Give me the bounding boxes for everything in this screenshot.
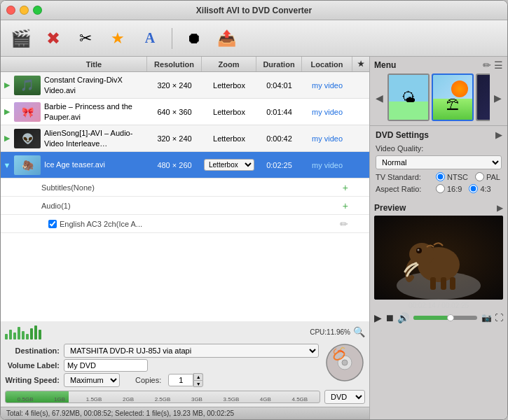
ntsc-radio-label[interactable]: NTSC [436, 172, 468, 181]
destination-select[interactable]: MATSHITA DVD-R UJ-85J via atapi [64, 344, 319, 358]
video-quality-select[interactable]: Normal High Low Custom [376, 155, 502, 169]
cell-location: my video [302, 108, 352, 116]
zoom-select[interactable]: Letterbox Pan/Scan Full Screen [204, 159, 254, 171]
copies-spinner: ▲ ▼ [168, 373, 203, 387]
preview-progress-bar[interactable] [413, 316, 477, 320]
preview-controls: ▶ ⏹ 🔊 📷 ⛶ [374, 312, 503, 323]
menu-carousel: ◀ 🌤 ⛱ [374, 74, 503, 122]
expand-icon[interactable]: ▶ [1, 80, 13, 90]
tick-3.5gb: 3.5GB [224, 396, 240, 402]
ar-16-9-radio[interactable] [436, 184, 445, 193]
menu-section-header: Menu ✏ ☰ [374, 59, 503, 71]
output-button[interactable]: 📤 [213, 25, 240, 52]
stop-button[interactable]: ⏹ [385, 312, 394, 323]
carousel-right-arrow[interactable]: ▶ [493, 91, 503, 105]
table-row[interactable]: ▼ 🦣 Ice Age teaser.avi 480 × 260 Letterb… [1, 152, 369, 178]
cell-resolution: 640 × 360 [147, 108, 202, 116]
thumbnail: 🎀 [13, 99, 41, 125]
fullscreen-button[interactable]: ⛶ [495, 313, 503, 323]
table-row[interactable]: ▶ 🎀 Barbie – Princess and the Pauper.avi… [1, 99, 369, 125]
edit-audio-button[interactable]: ✏ [340, 218, 348, 230]
main-content: Title Resolution Zoom Duration Location … [1, 57, 507, 419]
play-button[interactable]: ▶ [374, 312, 382, 323]
thumbnail: 🦣 [13, 153, 41, 178]
menu-edit-icon[interactable]: ✏ [483, 59, 491, 71]
expand-icon[interactable]: ▼ [1, 161, 13, 169]
cell-location: my video [302, 161, 352, 169]
svg-point-2 [342, 360, 348, 365]
remove-button[interactable]: ✖ [40, 25, 67, 52]
menu-section: Menu ✏ ☰ ◀ 🌤 [370, 57, 507, 126]
ntsc-label: NTSC [447, 173, 468, 181]
add-subtitle-button[interactable]: + [343, 182, 348, 193]
destination-row: Destination: MATSHITA DVD-R UJ-85J via a… [5, 344, 319, 358]
audio-row: Audio(1) + [1, 197, 369, 215]
expand-icon[interactable]: ▶ [1, 134, 13, 143]
left-panel: Title Resolution Zoom Duration Location … [1, 57, 370, 419]
screenshot-button[interactable]: 📷 [481, 313, 492, 323]
waveform [5, 324, 41, 340]
wave-bar [34, 326, 37, 340]
thumbnail: 🎵 [13, 73, 41, 98]
ar-16-9-text: 16:9 [447, 185, 462, 193]
copies-down[interactable]: ▼ [193, 380, 203, 387]
add-files-button[interactable]: 🎬 [8, 25, 34, 52]
cell-zoom: Letterbox [202, 108, 256, 116]
cut-button[interactable]: ✂ [72, 25, 99, 52]
ar-4-3-radio[interactable] [469, 184, 478, 193]
burn-button[interactable]: ⏺ [181, 25, 207, 52]
audio-track-label: English AC3 2ch(Ice A... [60, 220, 142, 228]
menu-thumbnail-selected[interactable]: ⛱ [432, 74, 474, 121]
close-button[interactable] [6, 6, 15, 15]
menu-thumbnail-dark[interactable]: 🌙 [476, 74, 490, 121]
preview-progress-thumb[interactable] [447, 314, 454, 321]
carousel-left-arrow[interactable]: ◀ [374, 91, 385, 105]
preview-time-display: 00:02:14 / 00:02:25 [374, 302, 503, 309]
ar-4-3-label[interactable]: 4:3 [469, 184, 490, 193]
disk-format-select[interactable]: DVD SVCD VCD [324, 390, 365, 404]
speed-select[interactable]: Maximum 2x 4x 8x [64, 373, 120, 387]
audio-track-checkbox[interactable] [48, 220, 57, 228]
audio-label: Audio(1) [41, 202, 71, 210]
expand-icon[interactable]: ▶ [1, 107, 13, 116]
pal-radio-label[interactable]: PAL [475, 172, 500, 181]
menu-thumbnail[interactable]: 🌤 [387, 74, 430, 121]
toolbar-separator [172, 28, 172, 49]
cell-location: my video [302, 81, 352, 90]
video-quality-select-row: Normal High Low Custom [376, 155, 502, 169]
pal-radio[interactable] [475, 172, 484, 181]
ntsc-radio[interactable] [436, 172, 445, 181]
cell-zoom: Letterbox [202, 134, 256, 143]
minimize-button[interactable] [20, 6, 29, 15]
table-row[interactable]: ▶ 👽 AlienSong[1]-AVI – Audio-Video Inter… [1, 125, 369, 152]
maximize-button[interactable] [33, 6, 42, 15]
col-zoom: Zoom [202, 57, 256, 71]
titlebar: Xilisoft AVI to DVD Converter [1, 1, 507, 20]
dvd-settings-title: DVD Settings ▶ [376, 130, 502, 140]
main-window: Xilisoft AVI to DVD Converter 🎬 ✖ ✂ ★ A … [0, 0, 508, 420]
cell-duration: 0:04:01 [256, 81, 302, 90]
dvd-burn-icon[interactable] [324, 342, 365, 383]
star-button[interactable]: ★ [104, 25, 131, 52]
add-audio-button[interactable]: + [343, 200, 348, 211]
aspect-ratio-row: Aspect Ratio: 16:9 4:3 [376, 184, 502, 193]
copies-up[interactable]: ▲ [193, 373, 203, 380]
dvd-settings-expand[interactable]: ▶ [495, 130, 502, 140]
traffic-lights [6, 6, 42, 15]
text-button[interactable]: A [137, 25, 163, 52]
copies-input[interactable] [168, 374, 193, 386]
disk-usage-bar: 0.5GB 1GB 1.5GB 2GB 2.5GB 3GB 3.5GB 4GB … [5, 391, 320, 403]
menu-list-icon[interactable]: ☰ [494, 59, 503, 71]
ar-16-9-label[interactable]: 16:9 [436, 184, 462, 193]
toolbar: 🎬 ✖ ✂ ★ A ⏺ 📤 [1, 20, 507, 57]
svg-rect-12 [450, 277, 455, 290]
svg-point-9 [418, 249, 420, 251]
cell-zoom-dropdown[interactable]: Letterbox Pan/Scan Full Screen [202, 159, 256, 171]
table-row[interactable]: ▶ 🎵 Constant Craving-DivX Video.avi 320 … [1, 72, 369, 99]
cpu-icon[interactable]: 🔍 [353, 326, 365, 337]
volume-button[interactable]: 🔊 [397, 312, 409, 323]
preview-section: Preview ▶ [370, 200, 507, 419]
preview-expand-button[interactable]: ▶ [497, 203, 503, 213]
volume-input[interactable] [64, 359, 148, 372]
cell-duration: 0:02:25 [256, 161, 302, 169]
